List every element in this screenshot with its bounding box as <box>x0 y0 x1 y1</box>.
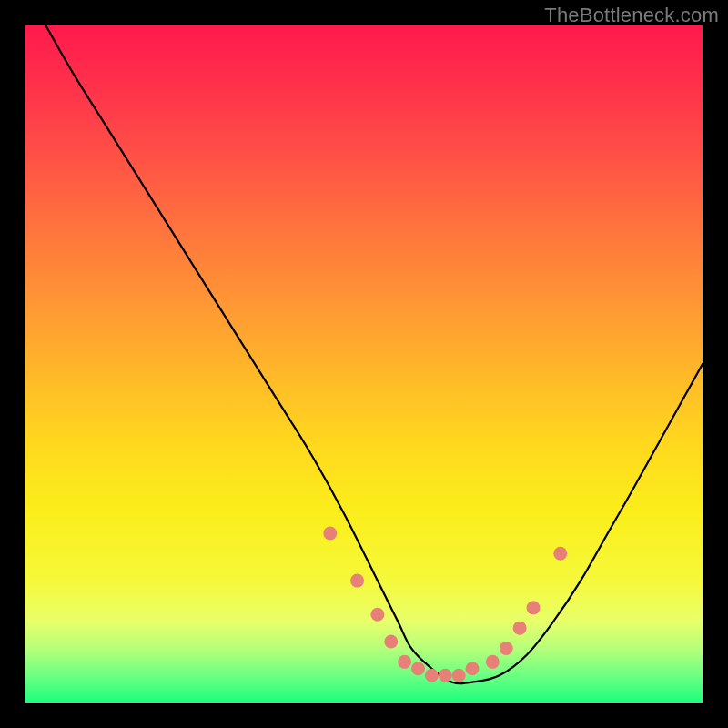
valley-dot <box>323 527 337 541</box>
valley-dot <box>486 655 500 669</box>
curve-path-group <box>46 25 703 683</box>
valley-dot <box>398 655 411 669</box>
bottleneck-curve <box>46 25 703 683</box>
valley-dot <box>425 669 439 682</box>
plot-area <box>25 25 703 703</box>
valley-dot <box>452 669 466 682</box>
valley-dot <box>527 601 541 614</box>
valley-dot <box>553 547 567 561</box>
valley-dot <box>350 574 364 588</box>
valley-dot <box>513 622 527 635</box>
curve-layer <box>25 25 703 703</box>
valley-dot <box>466 662 480 675</box>
chart-frame: TheBottleneck.com <box>0 0 728 728</box>
valley-dot <box>439 669 452 682</box>
valley-dot <box>370 608 384 622</box>
valley-dot <box>500 642 513 655</box>
valley-dots-group <box>323 527 567 682</box>
valley-dot <box>384 635 398 649</box>
attribution-text: TheBottleneck.com <box>544 4 719 27</box>
valley-dot <box>411 662 425 675</box>
